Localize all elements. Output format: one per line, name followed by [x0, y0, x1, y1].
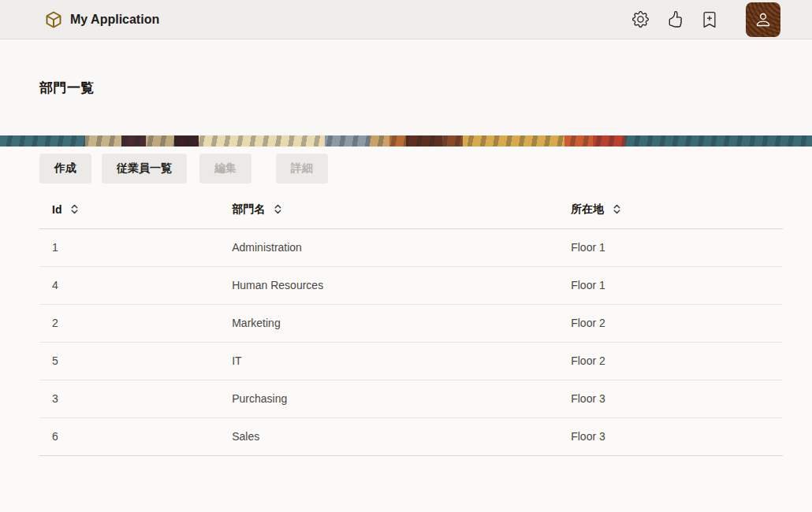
table-row[interactable]: 5 IT Floor 2 [39, 342, 783, 380]
main-content: 作成 従業員一覧 編集 詳細 Id 部門名 [0, 147, 812, 456]
person-icon [754, 11, 772, 28]
cell-location: Floor 1 [558, 228, 783, 266]
details-button: 詳細 [276, 154, 328, 184]
page-title: 部門一覧 [39, 79, 95, 97]
cell-location: Floor 2 [558, 342, 783, 380]
sort-chevrons-icon [70, 203, 79, 215]
cell-location: Floor 1 [558, 266, 783, 304]
settings-button[interactable] [632, 11, 649, 28]
table-row[interactable]: 2 Marketing Floor 2 [39, 304, 783, 342]
cell-id: 2 [39, 304, 219, 342]
gear-icon [632, 11, 649, 28]
app-title: My Application [70, 13, 159, 27]
bookmark-button[interactable] [702, 12, 717, 28]
edit-button: 編集 [199, 154, 251, 184]
table-row[interactable]: 1 Administration Floor 1 [39, 228, 783, 266]
cell-id: 4 [39, 266, 219, 304]
cell-department-name: IT [219, 342, 558, 380]
column-header-location[interactable]: 所在地 [558, 191, 783, 228]
table-row[interactable]: 6 Sales Floor 3 [39, 417, 783, 455]
column-header-id[interactable]: Id [39, 191, 219, 228]
create-button[interactable]: 作成 [39, 154, 91, 184]
cell-department-name: Human Resources [219, 266, 558, 304]
sort-chevrons-icon [613, 203, 621, 215]
page-title-region: 部門一覧 [0, 39, 812, 135]
sort-chevrons-icon [274, 203, 282, 215]
cell-location: Floor 3 [558, 380, 783, 417]
feedback-button[interactable] [667, 11, 683, 28]
employee-list-button[interactable]: 従業員一覧 [102, 154, 187, 184]
box-3d-icon [44, 10, 63, 29]
header-actions [632, 2, 780, 37]
cell-department-name: Marketing [219, 304, 558, 342]
cell-id: 1 [39, 228, 219, 266]
toolbar: 作成 従業員一覧 編集 詳細 [39, 154, 783, 184]
thumbs-up-icon [667, 11, 683, 28]
cell-department-name: Purchasing [219, 380, 558, 417]
bookmark-plus-icon [702, 12, 717, 28]
table-header-row: Id 部門名 所在地 [39, 191, 783, 228]
column-header-department-name[interactable]: 部門名 [219, 191, 558, 228]
cell-location: Floor 3 [558, 417, 783, 455]
app-header: My Application [0, 0, 812, 39]
cell-department-name: Administration [219, 228, 558, 266]
column-label: 所在地 [571, 202, 604, 217]
table-row[interactable]: 4 Human Resources Floor 1 [39, 266, 783, 304]
decorative-banner [0, 135, 812, 147]
cell-department-name: Sales [219, 417, 558, 455]
app-brand: My Application [44, 10, 159, 29]
cell-id: 5 [39, 342, 219, 380]
user-avatar-button[interactable] [746, 2, 780, 37]
departments-table: Id 部門名 所在地 [39, 191, 783, 456]
table-row[interactable]: 3 Purchasing Floor 3 [39, 380, 783, 417]
cell-location: Floor 2 [558, 304, 783, 342]
cell-id: 6 [39, 417, 219, 455]
column-label: Id [52, 203, 61, 216]
cell-id: 3 [39, 380, 219, 417]
column-label: 部門名 [232, 202, 265, 217]
